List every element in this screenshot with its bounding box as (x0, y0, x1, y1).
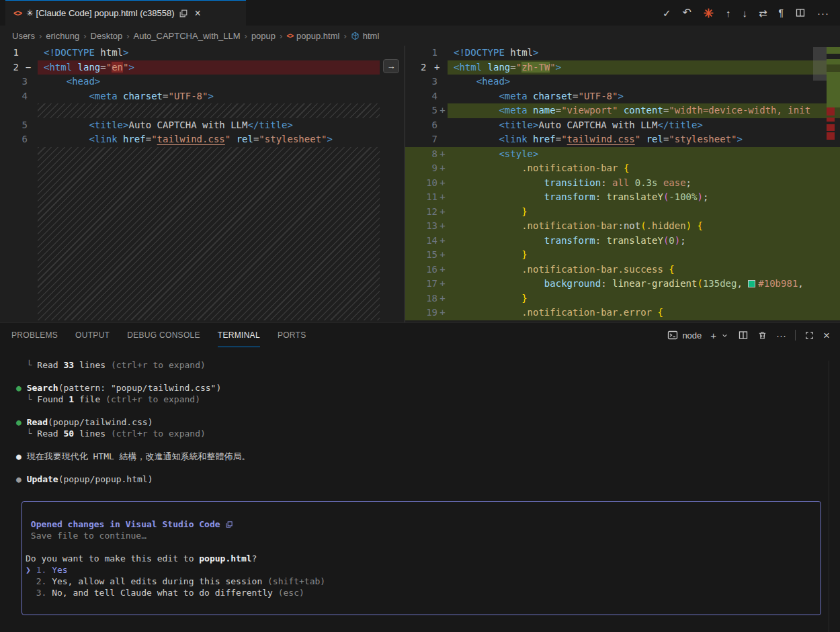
diff-editor-modified[interactable]: 1<!DOCTYPE html>2+<html lang="zh-TW">3 <… (405, 46, 840, 322)
breadcrumb-separator: › (343, 31, 346, 41)
diff-line-original-4[interactable]: 4 <meta charset="UTF-8"> (0, 89, 405, 104)
diff-line-modified-12[interactable]: 12+ } (405, 205, 840, 220)
dialog-subtitle: Save file to continue… (26, 530, 821, 541)
diff-line-modified-5[interactable]: 5+ <meta name="viewport" content="width=… (405, 103, 840, 118)
dialog-title: Opened changes in Visual Studio Code (26, 518, 821, 530)
terminal-line: └ Read 33 lines (ctrl+r to expand) (16, 359, 840, 371)
terminal-line: └ Read 50 lines (ctrl+r to expand) (16, 428, 840, 439)
panel-tab-output[interactable]: OUTPUT (75, 323, 110, 347)
diff-line-original-6[interactable]: 6 <link href="tailwind.css" rel="stylesh… (0, 132, 405, 147)
pilcrow-icon[interactable]: ¶ (778, 8, 784, 17)
diff-line-modified-1[interactable]: 1<!DOCTYPE html> (405, 46, 840, 60)
diff-line-original-5[interactable]: 5 <title>Auto CAPTCHA with LLM</title> (0, 118, 405, 133)
editor-scrollbar[interactable] (813, 47, 827, 81)
dialog-option-1[interactable]: ❯ 1. Yes (26, 564, 821, 576)
breadcrumb-label: Auto_CAPTCHA_with_LLM (134, 31, 241, 41)
split-terminal-icon[interactable] (738, 330, 749, 341)
tab-label: ✳ [Claude Code] popup.html (c38558) (26, 8, 174, 18)
diff-line-modified-6[interactable]: 6 <title>Auto CAPTCHA with LLM</title> (405, 118, 840, 133)
dialog-question: Do you want to make this edit to popup.h… (26, 553, 821, 564)
close-panel-icon[interactable]: × (823, 330, 830, 341)
split-editor-icon[interactable] (795, 7, 806, 18)
breadcrumb-label: popup.html (296, 31, 339, 41)
check-icon[interactable]: ✓ (663, 8, 671, 18)
editor-toolbar: ✓↶↑↓⇄¶··· (663, 0, 840, 26)
diff-line-modified-14[interactable]: 14+ transform: translateY(0); (405, 234, 840, 249)
css-color-swatch[interactable] (748, 280, 755, 287)
diff-line-modified-10[interactable]: 10+ transition: all 0.3s ease; (405, 176, 840, 191)
diff-line-modified-17[interactable]: 17+ background: linear-gradient(135deg, … (405, 277, 840, 291)
toolbar-divider (795, 330, 796, 341)
open-changes-icon[interactable] (179, 9, 188, 18)
diff-line-original-1[interactable]: 1<!DOCTYPE html> (0, 46, 405, 60)
dialog-option-3[interactable]: 3. No, and tell Claude what to do differ… (26, 587, 821, 598)
panel-tab-problems[interactable]: PROBLEMS (11, 323, 58, 347)
terminal-line: ● Read(popup/tailwind.css) (16, 416, 840, 428)
swap-diff-icon[interactable]: ⇄ (759, 8, 767, 18)
diff-line-modified-4[interactable]: 4 <meta charset="UTF-8"> (405, 89, 840, 104)
terminal-dropdown-icon[interactable] (720, 331, 729, 340)
breadcrumb-label: popup (251, 31, 276, 41)
editor-tab-bar: <> ✳ [Claude Code] popup.html (c38558) ×… (0, 0, 840, 26)
diff-line-modified-11[interactable]: 11+ transform: translateY(-100%); (405, 190, 840, 205)
blank-line (16, 405, 840, 416)
panel-toolbar: node + ··· × (667, 330, 840, 341)
breadcrumb-label: Users (12, 31, 35, 41)
diff-line-modified-19[interactable]: 19+ .notification-bar.error { (405, 306, 840, 320)
arrow-down-icon[interactable]: ↓ (742, 8, 747, 18)
discard-icon[interactable]: ↶ (682, 7, 691, 18)
diff-line-modified-7[interactable]: 7 <link href="tailwind.css" rel="stylesh… (405, 132, 840, 147)
diff-line-modified-8[interactable]: 8+ <style> (405, 147, 840, 162)
diff-line-filler (0, 147, 405, 320)
breadcrumb-item-html[interactable]: html (351, 31, 380, 41)
breadcrumb-item-popup.html[interactable]: <>popup.html (286, 31, 339, 41)
diff-line-modified-13[interactable]: 13+ .notification-bar:not(.hidden) { (405, 219, 840, 234)
panel-tab-terminal[interactable]: TERMINAL (218, 323, 260, 347)
close-tab-icon[interactable]: × (194, 7, 200, 19)
maximize-panel-icon[interactable] (804, 330, 814, 341)
claude-spark-icon[interactable] (703, 7, 714, 19)
breadcrumb-item-popup[interactable]: popup (251, 31, 276, 41)
panel-tab-debug-console[interactable]: DEBUG CONSOLE (127, 323, 200, 347)
breadcrumb-item-auto_captcha_with_llm[interactable]: Auto_CAPTCHA_with_LLM (134, 31, 241, 41)
blank-line (16, 462, 840, 473)
breadcrumb-separator: › (83, 31, 86, 41)
diff-line-modified-16[interactable]: 16+ .notification-bar.success { (405, 263, 840, 277)
diff-line-original-2[interactable]: 2−<html lang="en"> (0, 60, 405, 75)
bottom-panel: PROBLEMSOUTPUTDEBUG CONSOLETERMINALPORTS… (0, 322, 840, 632)
diff-line-filler (0, 103, 405, 118)
tab-claude-code-popup[interactable]: <> ✳ [Claude Code] popup.html (c38558) × (5, 0, 246, 26)
panel-header: PROBLEMSOUTPUTDEBUG CONSOLETERMINALPORTS… (0, 323, 840, 347)
terminal-icon (667, 330, 678, 341)
dialog-option-2[interactable]: 2. Yes, allow all edits during this sess… (26, 576, 821, 587)
blank-line (16, 371, 840, 382)
diff-line-modified-15[interactable]: 15+ } (405, 248, 840, 263)
terminal-output[interactable]: └ Read 33 lines (ctrl+r to expand)● Sear… (0, 347, 840, 485)
terminal-process-chip[interactable]: node (667, 330, 702, 341)
terminal-line: ● Update(popup/popup.html) (16, 473, 840, 485)
diff-editor-original[interactable]: 1<!DOCTYPE html>2−<html lang="en">3 <hea… (0, 46, 405, 322)
breadcrumb-label: html (363, 31, 380, 41)
diff-line-modified-2[interactable]: 2+<html lang="zh-TW"> (405, 60, 840, 75)
more-actions-icon[interactable]: ··· (817, 8, 829, 18)
breadcrumb-separator: › (245, 31, 247, 41)
breadcrumb-item-desktop[interactable]: Desktop (91, 31, 123, 41)
more-actions-icon[interactable]: ··· (776, 330, 786, 341)
kill-terminal-icon[interactable] (757, 330, 767, 341)
terminal-line: └ Found 1 file (ctrl+r to expand) (16, 394, 840, 405)
panel-tabs: PROBLEMSOUTPUTDEBUG CONSOLETERMINALPORTS (11, 323, 306, 347)
blank-line (16, 439, 840, 451)
revert-block-arrow-button[interactable]: → (383, 59, 399, 73)
terminal-line: ● Search(pattern: "popup/tailwind.css") (16, 382, 840, 394)
diff-line-modified-9[interactable]: 9+ .notification-bar { (405, 161, 840, 176)
arrow-up-icon[interactable]: ↑ (726, 8, 731, 18)
diff-line-modified-18[interactable]: 18+ } (405, 291, 840, 306)
breadcrumb-separator: › (126, 31, 129, 41)
breadcrumb-item-erichung[interactable]: erichung (46, 31, 79, 41)
new-terminal-icon[interactable]: + (710, 330, 716, 341)
panel-tab-ports[interactable]: PORTS (278, 323, 306, 347)
breadcrumb-item-users[interactable]: Users (12, 31, 35, 41)
diff-line-original-3[interactable]: 3 <head> (0, 75, 405, 89)
diff-editor: 1<!DOCTYPE html>2−<html lang="en">3 <hea… (0, 46, 840, 322)
diff-line-modified-3[interactable]: 3 <head> (405, 75, 840, 89)
